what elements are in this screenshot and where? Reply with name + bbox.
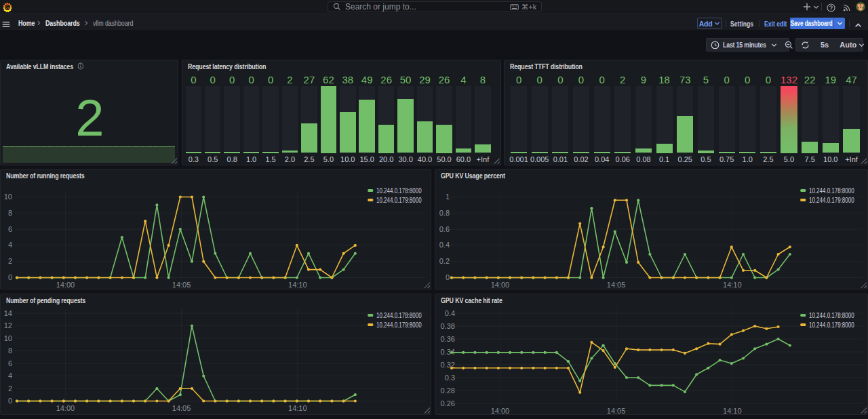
svg-text:2: 2 xyxy=(8,257,12,265)
svg-text:14:05: 14:05 xyxy=(606,406,625,414)
svg-text:0.2: 0.2 xyxy=(439,257,449,265)
svg-text:0: 0 xyxy=(445,273,449,281)
svg-text:8: 8 xyxy=(8,346,12,355)
svg-text:14:10: 14:10 xyxy=(288,404,307,412)
svg-text:2: 2 xyxy=(8,384,12,392)
svg-text:0.4: 0.4 xyxy=(444,308,454,317)
svg-text:14:00: 14:00 xyxy=(56,404,75,412)
svg-text:6: 6 xyxy=(8,224,12,233)
svg-text:0.36: 0.36 xyxy=(440,334,454,342)
svg-text:4: 4 xyxy=(8,241,12,249)
svg-text:14: 14 xyxy=(4,308,12,317)
svg-text:14:00: 14:00 xyxy=(56,281,75,289)
svg-text:0.26: 0.26 xyxy=(440,399,454,407)
svg-text:1: 1 xyxy=(445,193,449,201)
svg-text:0.34: 0.34 xyxy=(440,347,454,355)
svg-text:4: 4 xyxy=(8,372,12,380)
svg-text:0: 0 xyxy=(8,273,12,281)
svg-text:0: 0 xyxy=(8,397,12,405)
svg-text:0.3: 0.3 xyxy=(444,373,454,381)
svg-text:14:00: 14:00 xyxy=(490,406,509,414)
svg-text:10: 10 xyxy=(4,334,12,342)
svg-text:8: 8 xyxy=(8,208,12,216)
svg-text:14:00: 14:00 xyxy=(490,281,509,289)
svg-text:14:10: 14:10 xyxy=(288,281,307,289)
svg-text:14:05: 14:05 xyxy=(172,404,191,412)
svg-text:14:10: 14:10 xyxy=(723,281,742,289)
svg-text:14:05: 14:05 xyxy=(172,281,191,289)
svg-text:0.38: 0.38 xyxy=(440,321,454,330)
svg-text:12: 12 xyxy=(4,321,12,330)
svg-text:0.4: 0.4 xyxy=(439,241,449,249)
svg-text:0.28: 0.28 xyxy=(440,386,454,394)
svg-text:14:05: 14:05 xyxy=(606,281,625,289)
svg-text:0.8: 0.8 xyxy=(439,208,449,216)
svg-text:14:10: 14:10 xyxy=(723,406,742,414)
svg-text:6: 6 xyxy=(8,359,12,367)
svg-text:10: 10 xyxy=(4,193,12,201)
svg-text:0.6: 0.6 xyxy=(439,224,449,233)
